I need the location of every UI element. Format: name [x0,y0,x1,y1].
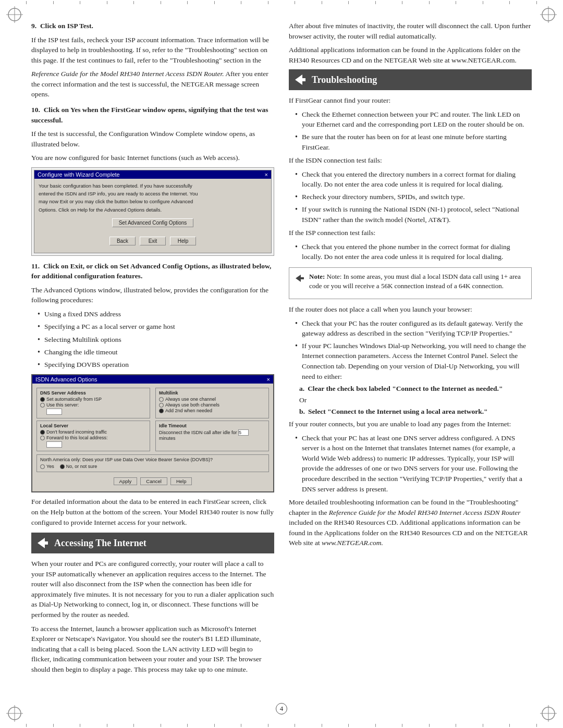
dns-radio1-row: Set automatically from ISP [40,397,146,402]
step-10-text2: You are now configured for basic Interne… [31,153,274,163]
alpha-item-or: Or [299,396,532,404]
connects-b1: Check that your PC has at least one DNS … [295,433,532,494]
step-9-heading: Click on ISP Test. [40,22,93,30]
svg-marker-13 [295,75,305,85]
right-column: After about five minutes of inactivity, … [289,21,532,683]
wizard-close-btn[interactable]: × [265,171,268,178]
dns-input[interactable] [46,409,62,415]
multilink-radio3: Add 2nd when needed [159,408,265,413]
adv-apply-btn[interactable]: Apply [114,477,138,485]
router-connects-bullets: Check that your PC has at least one DNS … [295,433,532,494]
wizard-back-btn[interactable]: Back [109,237,136,245]
accessing-body2: To access the Internet, launch a browser… [31,624,274,675]
if-router-connects-heading: If your router connects, but you are una… [289,419,532,429]
dns-section: DNS Server Address Set automatically fro… [36,388,150,418]
na-section: North America only: Does your ISP use Da… [36,454,269,472]
adv-close-btn[interactable]: × [267,376,270,382]
local-r2-label: Forward to this local address: [46,435,108,440]
wizard-exit-btn[interactable]: Exit [140,237,166,245]
page-number: 4 [276,703,287,714]
na-radio-row: Yes No, or not sure [40,464,265,469]
isdn-b3: If your switch is running the National I… [295,204,532,225]
multilink-r1[interactable] [159,397,164,402]
wizard-line-1: Your basic configuration has been comple… [39,183,267,189]
dns-radio2[interactable] [40,403,45,408]
multilink-r2-label: Always use both channels [165,402,219,408]
corner-decoration-tl [4,4,25,25]
adv-help-btn[interactable]: Help [170,477,192,485]
step-11-heading: Click on Exit, or click on Set Advanced … [31,262,271,280]
local-r2[interactable] [40,436,45,440]
wizard-line-4: Options. Click on Help for the Advanced … [39,207,267,213]
multilink-r3[interactable] [159,409,164,413]
isdn-b1: Check that you entered the directory num… [295,169,532,190]
na-yes-radio[interactable] [40,464,45,469]
local-radio2-row: Forward to this local address: [40,435,146,440]
tick-marks-top [0,0,563,5]
adv-btn-row: Apply Cancel Help [36,477,269,487]
dns-radio2-row: Use this server: [40,402,146,408]
local-input[interactable] [46,441,62,448]
local-server-section: Local Server Don't forward incoming traf… [36,421,150,451]
dns-radio2-label: Use this server: [46,402,79,408]
firstgear-b1: Check the Ethernet connection between yo… [295,109,532,130]
troubleshooting-title: Troubleshooting [312,75,377,85]
step-11-body: The Advanced Options window, illustrated… [31,285,274,527]
left-column: 9. Click on ISP Test. If the ISP test fa… [31,21,274,683]
alpha-b-label: b. [299,408,305,416]
accessing-heading: Accessing The Internet [31,533,274,553]
idle-num-input[interactable]: 5 [238,429,249,436]
bullet-3: Selecting Multilink options [38,335,274,345]
alpha-or-label: Or [299,396,307,404]
no-call-b2: If your PC launches Windows Dial-up Netw… [295,341,532,381]
step-10-heading: Click on Yes when the FirstGear window o… [31,106,268,124]
firstgear-b2: Be sure that the router has been on for … [295,132,532,152]
corner-decoration-bl [4,703,25,724]
adv-title: ISDN Advanced Options [35,376,97,382]
adv-mid-row: Local Server Don't forward incoming traf… [36,421,269,451]
troubleshooting-arrow-icon [293,72,308,87]
idle-section: Idle Timeout Disconnect the ISDN call af… [155,421,269,451]
if-isp-heading: If the ISP connection test fails: [289,228,532,238]
isp-b1: Check that you entered the phone number … [295,242,532,262]
wizard-complete-screenshot: Configure with Wizard Complete × Your ba… [31,167,274,256]
step-11-bullets: Using a fixed DNS address Specifying a P… [38,309,274,370]
svg-marker-12 [38,538,48,548]
alpha-a-label: a. [299,385,304,393]
local-server-title: Local Server [40,423,146,428]
right-intro1: After about five minutes of inactivity, … [289,21,532,41]
wizard-help-btn[interactable]: Help [170,237,196,245]
note-text: Note: Note: In some areas, you must dial… [309,272,526,291]
if-firstgear-bullets: Check the Ethernet connection between yo… [295,109,532,152]
na-no-radio[interactable] [60,464,65,469]
adv-titlebar: ISDN Advanced Options × [32,375,273,384]
accessing-section: Accessing The Internet When your router … [31,533,274,674]
troubleshooting-section: Troubleshooting If FirstGear cannot find… [289,69,532,548]
multilink-r2[interactable] [159,403,164,408]
wizard-text-lines: Your basic configuration has been comple… [39,183,267,213]
more-detail-text: More detailed troubleshooting informatio… [289,497,532,548]
isdn-b2: Recheck your directory numbers, SPIDs, a… [295,192,532,202]
step-9-body: If the ISP test fails, recheck your ISP … [31,35,274,100]
step-9-body-text: If the ISP test fails, recheck your ISP … [31,35,274,66]
dns-radio1-label: Set automatically from ISP [46,397,102,402]
step-10-label: 10. [31,106,40,114]
local-r1-label: Don't forward incoming traffic [46,429,107,435]
adv-top-row: DNS Server Address Set automatically fro… [36,388,269,418]
accessing-arrow-icon [35,536,50,550]
step-9-italic: Reference Guide for the Model RH340 Inte… [31,69,274,100]
na-text: North America only: Does your ISP use Da… [40,457,213,462]
if-isp-bullets: Check that you entered the phone number … [295,242,532,262]
set-advanced-btn[interactable]: Set Advanced Config Options [112,218,194,227]
more-detail-italic: Reference Guide for the Model RH340 Inte… [329,509,521,516]
multilink-r3-label: Add 2nd when needed [165,408,212,413]
corner-decoration-br [538,703,559,724]
wizard-body: Your basic configuration has been comple… [34,179,271,253]
dns-radio1[interactable] [40,397,45,402]
idle-unit: minutes [159,436,176,441]
local-r1[interactable] [40,430,45,435]
accessing-title: Accessing The Internet [54,538,146,549]
step-10: 10. Click on Yes when the FirstGear wind… [31,105,274,256]
step-10-text1: If the test is successful, the Configura… [31,129,274,149]
adv-cancel-btn[interactable]: Cancel [140,477,167,485]
